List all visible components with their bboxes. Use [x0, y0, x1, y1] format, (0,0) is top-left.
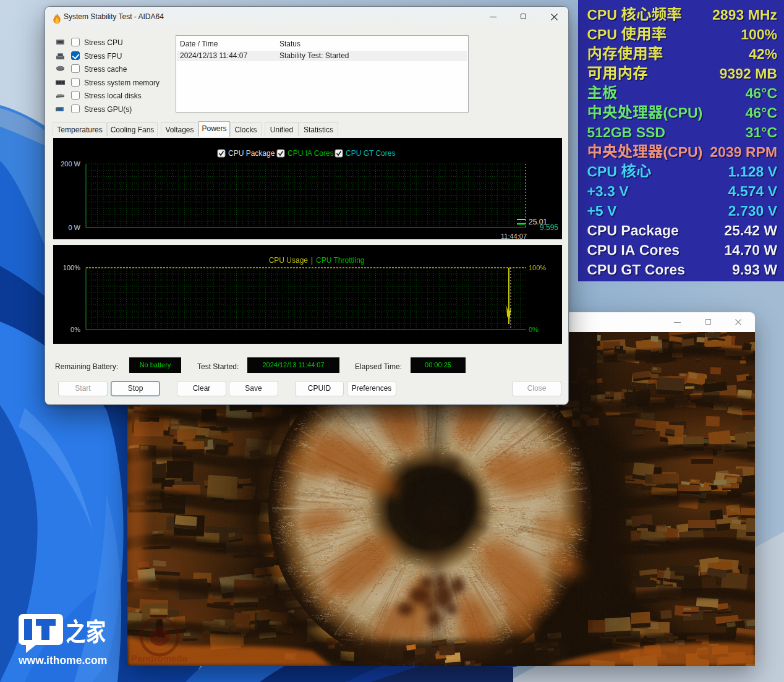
- svg-text:CPU IA Cores: CPU IA Cores: [288, 149, 334, 158]
- svg-text:Pandromeda: Pandromeda: [131, 653, 188, 663]
- svg-text:9.595: 9.595: [540, 223, 558, 232]
- svg-text:0%: 0%: [529, 326, 539, 333]
- svg-text:100%: 100%: [63, 264, 80, 271]
- svg-text:CPU Package: CPU Package: [228, 149, 275, 158]
- svg-text:CPU GT Cores: CPU GT Cores: [346, 149, 395, 158]
- svg-text:|: |: [311, 256, 313, 265]
- svg-text:CPU Usage: CPU Usage: [269, 256, 309, 265]
- svg-text:11:44:07: 11:44:07: [501, 232, 527, 239]
- svg-text:www.ithome.com: www.ithome.com: [18, 654, 107, 667]
- svg-text:CPU Throttling: CPU Throttling: [316, 256, 364, 265]
- svg-text:100%: 100%: [529, 264, 546, 271]
- svg-text:200 W: 200 W: [61, 160, 80, 168]
- svg-text:0 W: 0 W: [68, 224, 80, 231]
- svg-text:0%: 0%: [70, 326, 80, 333]
